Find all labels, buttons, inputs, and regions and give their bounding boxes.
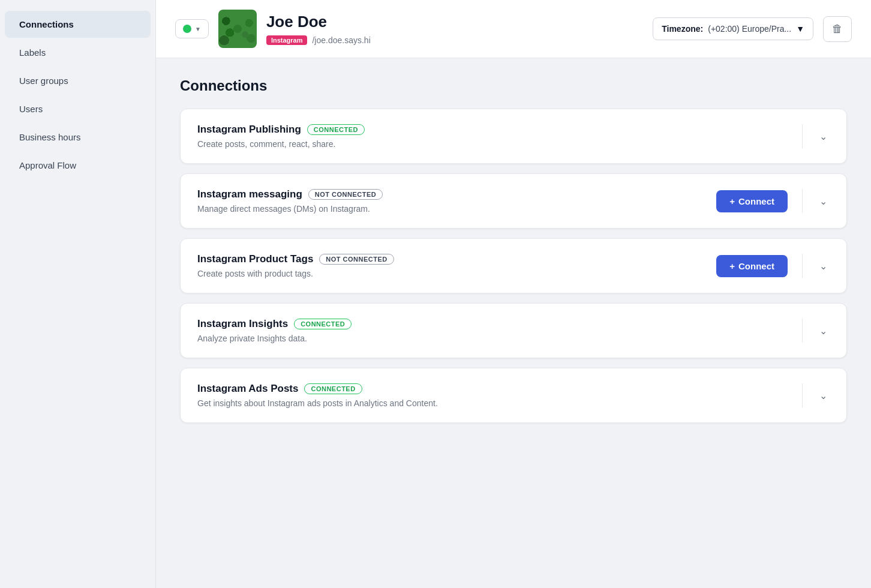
card-description: Manage direct messages (DMs) on Instagra…	[197, 204, 707, 214]
expand-button[interactable]: ⌄	[817, 323, 830, 339]
chevron-down-icon: ▼	[195, 26, 201, 32]
sidebar-item-approval-flow[interactable]: Approval Flow	[5, 152, 151, 179]
status-badge: CONNECTED	[307, 124, 365, 135]
card-title: Instagram Insights	[197, 318, 288, 330]
plus-icon: +	[729, 261, 735, 271]
connect-label: Connect	[738, 261, 774, 271]
main-content: ▼ Joe Doe Instagram /joe.doe.says.hi Tim…	[156, 0, 871, 588]
timezone-label: Timezone:	[662, 24, 703, 34]
divider	[802, 124, 803, 148]
delete-button[interactable]: 🗑	[823, 16, 852, 42]
card-description: Analyze private Insights data.	[197, 334, 788, 343]
user-name: Joe Doe	[266, 13, 643, 31]
avatar	[218, 10, 257, 48]
platform-badge: Instagram	[266, 35, 308, 45]
user-info: Joe Doe Instagram /joe.doe.says.hi	[266, 13, 643, 44]
sidebar-item-business-hours[interactable]: Business hours	[5, 124, 151, 151]
card-info: Instagram messaging NOT CONNECTED Manage…	[197, 188, 707, 214]
card-title-row: Instagram messaging NOT CONNECTED	[197, 188, 707, 200]
divider	[802, 319, 803, 343]
avatar-image	[218, 10, 257, 48]
card-title-row: Instagram Ads Posts CONNECTED	[197, 383, 788, 395]
connections-content: Connections Instagram Publishing CONNECT…	[156, 58, 871, 452]
divider	[802, 383, 803, 407]
expand-button[interactable]: ⌄	[817, 258, 830, 274]
card-title-row: Instagram Publishing CONNECTED	[197, 124, 788, 136]
card-title: Instagram Publishing	[197, 124, 301, 136]
chevron-down-icon: ▼	[796, 24, 804, 34]
card-info: Instagram Product Tags NOT CONNECTED Cre…	[197, 253, 707, 278]
page-header: ▼ Joe Doe Instagram /joe.doe.says.hi Tim…	[156, 0, 871, 58]
card-instagram-publishing: Instagram Publishing CONNECTED Create po…	[180, 109, 847, 164]
card-title: Instagram Product Tags	[197, 253, 313, 265]
connect-label: Connect	[738, 196, 774, 206]
trash-icon: 🗑	[832, 23, 843, 35]
card-description: Get insights about Instagram ads posts i…	[197, 398, 788, 408]
sidebar-item-user-groups[interactable]: User groups	[5, 67, 151, 94]
timezone-selector[interactable]: Timezone: (+02:00) Europe/Pra... ▼	[653, 17, 813, 40]
section-title: Connections	[180, 77, 847, 94]
card-instagram-ads-posts: Instagram Ads Posts CONNECTED Get insigh…	[180, 368, 847, 423]
status-badge: NOT CONNECTED	[308, 189, 383, 200]
expand-button[interactable]: ⌄	[817, 388, 830, 404]
status-badge: NOT CONNECTED	[319, 254, 394, 265]
sidebar: Connections Labels User groups Users Bus…	[0, 0, 156, 588]
user-meta: Instagram /joe.doe.says.hi	[266, 35, 643, 45]
plus-icon: +	[729, 196, 735, 206]
card-description: Create posts with product tags.	[197, 269, 707, 278]
card-title: Instagram Ads Posts	[197, 383, 298, 395]
card-info: Instagram Insights CONNECTED Analyze pri…	[197, 318, 788, 343]
status-badge: CONNECTED	[294, 319, 352, 329]
card-info: Instagram Ads Posts CONNECTED Get insigh…	[197, 383, 788, 408]
status-badge: CONNECTED	[304, 383, 362, 394]
timezone-value: (+02:00) Europe/Pra...	[708, 24, 791, 34]
card-instagram-product-tags: Instagram Product Tags NOT CONNECTED Cre…	[180, 238, 847, 293]
user-handle: /joe.doe.says.hi	[312, 35, 370, 45]
card-title-row: Instagram Insights CONNECTED	[197, 318, 788, 330]
card-title-row: Instagram Product Tags NOT CONNECTED	[197, 253, 707, 265]
card-instagram-messaging: Instagram messaging NOT CONNECTED Manage…	[180, 173, 847, 229]
card-info: Instagram Publishing CONNECTED Create po…	[197, 124, 788, 149]
card-instagram-insights: Instagram Insights CONNECTED Analyze pri…	[180, 303, 847, 358]
sidebar-item-labels[interactable]: Labels	[5, 39, 151, 66]
connect-button[interactable]: + Connect	[716, 190, 788, 212]
sidebar-item-users[interactable]: Users	[5, 95, 151, 122]
card-description: Create posts, comment, react, share.	[197, 139, 788, 149]
status-button[interactable]: ▼	[175, 19, 209, 38]
sidebar-item-connections[interactable]: Connections	[5, 11, 151, 38]
connect-button[interactable]: + Connect	[716, 255, 788, 277]
expand-button[interactable]: ⌄	[817, 193, 830, 209]
divider	[802, 254, 803, 278]
status-dot	[183, 25, 191, 33]
card-title: Instagram messaging	[197, 188, 302, 200]
expand-button[interactable]: ⌄	[817, 128, 830, 145]
divider	[802, 189, 803, 213]
